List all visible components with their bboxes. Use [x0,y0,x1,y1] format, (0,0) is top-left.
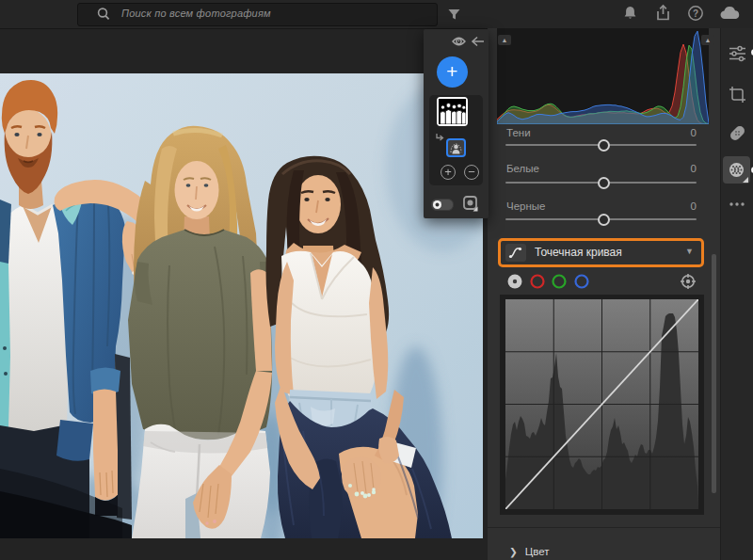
svg-text:?: ? [693,8,698,19]
